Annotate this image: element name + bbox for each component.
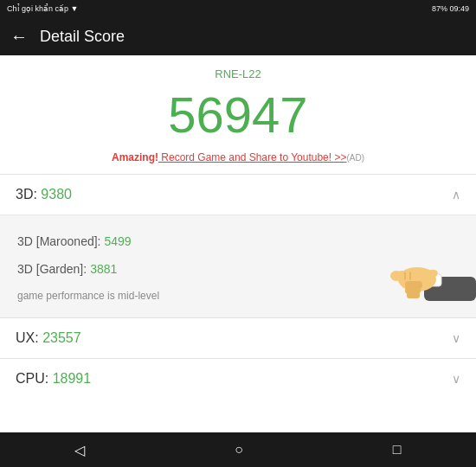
section-ux-chevron: ∨ <box>452 331 460 345</box>
page-title: Detail Score <box>40 28 125 46</box>
nav-home-button[interactable]: ○ <box>217 437 261 463</box>
device-name: RNE-L22 <box>0 55 476 84</box>
section-3d-chevron: ∧ <box>452 188 460 202</box>
section-3d-label: 3D: 9380 <box>16 187 72 202</box>
sub-score-garden: 3881 <box>90 262 117 276</box>
ad-record-text: Record Game and Share to Youtube! >> <box>158 151 347 163</box>
bottom-nav: ◁ ○ □ <box>0 432 476 467</box>
svg-point-4 <box>390 271 402 281</box>
section-3d-header[interactable]: 3D: 9380 ∧ <box>0 174 476 214</box>
status-bar: Chỉ gọi khẩn cấp ▼ 87% 09:49 <box>0 0 476 17</box>
nav-back-button[interactable]: ◁ <box>57 437 102 464</box>
main-content: RNE-L22 56947 Amazing! Record Game and S… <box>0 55 476 432</box>
ad-label: (AD) <box>346 153 364 163</box>
ad-banner[interactable]: Amazing! Record Game and Share to Youtub… <box>0 148 476 174</box>
top-bar: ← Detail Score <box>0 17 476 55</box>
sub-row-garden: 3D [Garden]: 3881 <box>17 255 459 283</box>
section-3d-expanded: 3D [Marooned]: 5499 3D [Garden]: 3881 <box>0 214 476 317</box>
section-ux-text: UX: <box>16 330 42 345</box>
section-ux-label: UX: 23557 <box>16 330 81 346</box>
section-cpu-header[interactable]: CPU: 18991 ∨ <box>0 358 476 399</box>
status-right: 87% 09:49 <box>432 4 469 13</box>
hand-pointer-icon <box>372 229 476 316</box>
svg-rect-7 <box>407 292 420 298</box>
section-cpu-label: CPU: 18991 <box>16 371 91 387</box>
section-3d-text: 3D: <box>16 187 41 202</box>
section-cpu-chevron: ∨ <box>452 372 460 386</box>
nav-recent-button[interactable]: □ <box>376 437 419 463</box>
sub-label-marooned: 3D [Marooned]: <box>17 234 101 248</box>
section-cpu-text: CPU: <box>16 371 53 386</box>
sub-score-marooned: 5499 <box>105 234 132 248</box>
section-3d-score: 9380 <box>41 187 72 202</box>
status-left: Chỉ gọi khẩn cấp ▼ <box>7 4 78 13</box>
ad-amazing-text: Amazing! <box>112 151 158 163</box>
section-ux-score: 23557 <box>42 330 81 345</box>
section-cpu-score: 18991 <box>53 371 92 386</box>
section-ux-header[interactable]: UX: 23557 ∨ <box>0 317 476 358</box>
back-button[interactable]: ← <box>10 27 28 47</box>
main-score: 56947 <box>0 84 476 148</box>
sub-label-garden: 3D [Garden]: <box>17 262 87 276</box>
